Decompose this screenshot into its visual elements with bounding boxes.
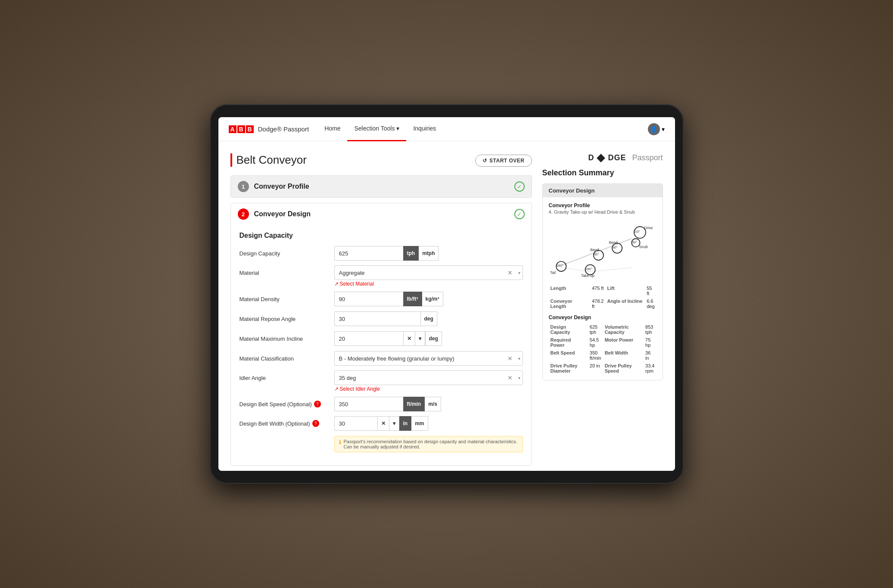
idler-angle-select-wrap: 35 deg ✕ ▾ (334, 370, 523, 385)
incline-deg-unit[interactable]: deg (425, 331, 442, 346)
material-max-incline-input[interactable] (334, 331, 403, 346)
design-row-3: Belt Speed 350 ft/min Belt Width 36 in (549, 349, 657, 362)
idler-angle-row-inner: Idler Angle 35 deg ✕ ▾ (240, 370, 523, 385)
lift-label: Lift (605, 284, 645, 297)
user-avatar-icon: 👤 (648, 123, 660, 135)
nav-inquiries[interactable]: Inquiries (406, 117, 443, 141)
material-clear-icon[interactable]: ✕ (507, 269, 513, 276)
abb-b2: B (246, 125, 254, 133)
design-cap-value: 625 tph (588, 323, 603, 336)
svg-text:90°: 90° (594, 252, 599, 256)
incline-chevron-icon[interactable]: ▾ (415, 331, 425, 346)
lbft3-unit-button[interactable]: lb/ft³ (403, 292, 422, 306)
step-1-check: ✓ (514, 181, 525, 192)
step-2-header[interactable]: 2 Conveyor Design ✓ (231, 203, 532, 225)
svg-text:Tail: Tail (550, 271, 555, 275)
conveyor-profile-sub-title: Conveyor Profile (549, 202, 657, 208)
svg-line-0 (561, 239, 631, 266)
right-panel: D DGE Passport Selection Summary Conveyo… (542, 153, 663, 471)
abb-logo: A B B (229, 125, 254, 133)
belt-width-clear-icon[interactable]: ✕ (377, 416, 389, 431)
mtph-unit-button[interactable]: mtph (419, 246, 439, 261)
material-density-input-group: lb/ft³ kg/m³ (334, 292, 443, 306)
material-class-select-wrap: B - Moderately free flowing (granular or… (334, 351, 523, 366)
belt-width-help-icon[interactable]: ? (312, 420, 319, 427)
dodge-text-part1: D (588, 153, 594, 162)
material-row-inner: Material Aggregate ✕ ▾ (240, 265, 523, 280)
belt-width-input-group: ✕ ▾ in mm (334, 416, 428, 431)
design-capacity-input[interactable] (334, 246, 403, 261)
belt-speed-sum-value: 350 ft/min (588, 349, 603, 362)
svg-text:30°: 30° (632, 240, 637, 244)
material-max-incline-input-group: ✕ ▾ deg (334, 331, 442, 346)
step-2-number: 2 (238, 208, 249, 220)
belt-width-input[interactable] (334, 416, 377, 431)
svg-text:Drive: Drive (644, 226, 653, 230)
design-capacity-label: Design Capacity (240, 250, 334, 257)
design-capacity-row: Design Capacity tph mtph (240, 246, 523, 261)
kgm3-unit-button[interactable]: kg/m³ (422, 292, 443, 306)
summary-box-content: Conveyor Profile 4. Gravity Take-up w/ H… (543, 197, 663, 380)
user-menu[interactable]: 👤 ▾ (648, 123, 665, 135)
material-select[interactable]: Aggregate (334, 265, 523, 280)
material-class-clear-icon[interactable]: ✕ (507, 355, 513, 362)
summary-box-title: Conveyor Design (543, 184, 663, 197)
material-max-incline-input-wrap: ✕ ▾ deg (334, 331, 523, 346)
step-1-section: 1 Conveyor Profile ✓ (230, 175, 532, 198)
material-density-label: Material Density (240, 296, 334, 302)
material-repose-label: Material Repose Angle (240, 316, 334, 322)
material-chevron-icon: ▾ (518, 271, 520, 275)
idler-angle-select[interactable]: 35 deg (334, 370, 523, 385)
nav-links: Home Selection Tools ▾ Inquiries (317, 117, 647, 141)
belt-speed-help-icon[interactable]: ? (314, 401, 321, 408)
select-material-link[interactable]: ↗ Select Material (334, 281, 374, 287)
mm-unit-button[interactable]: mm (411, 416, 428, 431)
tph-unit-button[interactable]: tph (403, 246, 419, 261)
belt-width-row-inner: Design Belt Width (Optional) ? ✕ ▾ in (240, 416, 523, 431)
design-capacity-input-group: tph mtph (334, 246, 439, 261)
svg-text:Take-up: Take-up (581, 274, 594, 278)
ms-unit-button[interactable]: m/s (425, 397, 441, 411)
idler-angle-clear-icon[interactable]: ✕ (507, 374, 513, 381)
belt-speed-sum-label: Belt Speed (549, 349, 588, 362)
vol-cap-label: Volumetric Capacity (603, 323, 644, 336)
step-1-header[interactable]: 1 Conveyor Profile ✓ (231, 176, 532, 197)
design-row-1: Design Capacity 625 tph Volumetric Capac… (549, 323, 657, 336)
svg-text:Bend: Bend (590, 248, 599, 252)
incline-clear-icon[interactable]: ✕ (403, 331, 415, 346)
motor-power-label: Motor Power (603, 336, 644, 349)
material-max-incline-row: Material Maximum Incline ✕ ▾ deg (240, 331, 523, 346)
idler-angle-row: Idler Angle 35 deg ✕ ▾ (240, 370, 523, 392)
material-class-row: Material Classification B - Moderately f… (240, 351, 523, 366)
page-title-wrap: Belt Conveyor (230, 153, 307, 167)
material-density-input[interactable] (334, 292, 403, 306)
nav-selection-tools[interactable]: Selection Tools ▾ (347, 117, 406, 141)
info-note-wrap: ℹ Passport's recommendation based on des… (240, 431, 523, 452)
conveyor-profile-desc: 4. Gravity Take-up w/ Head Drive & Snub (549, 209, 657, 215)
user-dropdown-icon: ▾ (662, 126, 665, 133)
start-over-button[interactable]: ↺ START OVER (475, 155, 532, 167)
belt-speed-input[interactable] (334, 397, 403, 411)
summary-box: Conveyor Design Conveyor Profile 4. Grav… (542, 184, 663, 380)
idler-angle-chevron-icon: ▾ (518, 376, 520, 380)
material-class-select[interactable]: B - Moderately free flowing (granular or… (334, 351, 523, 366)
select-idler-angle-link[interactable]: ↗ Select Idler Angle (334, 386, 380, 392)
nav-logo: A B B Dodge® Passport (229, 125, 309, 133)
abb-a: A (229, 125, 236, 133)
tablet-frame: A B B Dodge® Passport Home Selection Too… (210, 104, 684, 484)
in-unit-button[interactable]: in (399, 416, 412, 431)
ftmin-unit-button[interactable]: ft/min (403, 397, 425, 411)
svg-text:90°: 90° (613, 246, 618, 249)
svg-text:180°: 180° (556, 264, 563, 268)
belt-width-chevron-icon[interactable]: ▾ (389, 416, 399, 431)
conveyor-diagram: Tail 180° Take-up 180° Bend 90° (549, 219, 657, 279)
material-repose-input[interactable] (334, 311, 420, 326)
svg-text:210°: 210° (633, 230, 640, 234)
design-data-table: Design Capacity 625 tph Volumetric Capac… (549, 323, 657, 375)
dodge-passport-logo: D DGE Passport (588, 153, 663, 162)
repose-deg-unit[interactable]: deg (420, 311, 437, 326)
main-content: Belt Conveyor ↺ START OVER 1 Conveyor Pr… (218, 141, 675, 471)
nav-home[interactable]: Home (317, 117, 347, 141)
belt-width-sum-value: 36 in (644, 349, 656, 362)
nav-selection-tools-label: Selection Tools ▾ (354, 125, 399, 132)
